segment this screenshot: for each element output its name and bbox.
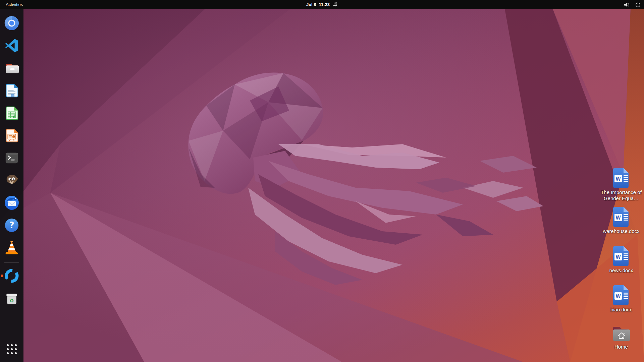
word-document-icon: W (612, 168, 631, 188)
word-document-icon: W (612, 285, 631, 306)
dock-item-help[interactable]: ? (4, 217, 20, 233)
clock-button[interactable]: Jul 8 11:23 (306, 0, 338, 9)
apps-grid-icon (5, 343, 18, 356)
dock-item-vlc[interactable] (4, 240, 20, 256)
svg-text:W: W (615, 215, 621, 221)
running-indicator-dot (1, 275, 3, 277)
desktop-file-label: The Importance of Gender Equa… (598, 189, 644, 201)
home-folder-icon (610, 324, 632, 343)
dock-item-calc[interactable] (4, 105, 20, 121)
desktop-folder-home[interactable]: Home (598, 324, 644, 350)
desktop-folder-label: Home (614, 344, 628, 350)
svg-text:W: W (615, 176, 621, 182)
dock-item-files[interactable] (4, 60, 20, 76)
desktop-file-biao[interactable]: W biao.docx (598, 285, 644, 313)
desktop-file-gender-doc[interactable]: W The Importance of Gender Equa… (598, 168, 644, 201)
top-bar: Activities Jul 8 11:23 (0, 0, 644, 9)
dock-item-terminal[interactable] (4, 150, 20, 166)
desktop-file-warehouse[interactable]: W warehouse.docx (598, 206, 644, 234)
wallpaper-jellyfish (0, 0, 644, 362)
desktop-file-label: biao.docx (610, 307, 632, 313)
word-document-icon: W (612, 246, 631, 266)
desktop-file-news[interactable]: W news.docx (598, 246, 644, 274)
word-document-icon: W (612, 206, 631, 227)
dock-item-chromium[interactable] (4, 15, 20, 31)
power-icon (635, 2, 641, 7)
dock-item-gimp[interactable] (4, 172, 20, 188)
svg-text:W: W (615, 293, 621, 299)
activities-button[interactable]: Activities (0, 0, 29, 9)
dock-item-writer[interactable] (4, 82, 20, 99)
dock-item-thunderbird[interactable] (4, 195, 20, 211)
svg-text:♻: ♻ (9, 298, 14, 304)
dock-item-vscode[interactable] (4, 38, 20, 54)
dock-separator (4, 262, 19, 262)
clock-date: Jul 8 (306, 2, 316, 7)
desktop-file-label: news.docx (609, 267, 633, 274)
ubuntu-desktop: Activities Jul 8 11:23 (0, 0, 644, 362)
svg-text:?: ? (9, 220, 14, 230)
system-menu[interactable] (624, 0, 641, 9)
clock-time: 11:23 (319, 2, 330, 7)
desktop-file-label: warehouse.docx (603, 228, 639, 234)
dock-item-trash[interactable]: ♻ (4, 290, 20, 306)
dock: ? (0, 9, 23, 362)
volume-high-icon (624, 2, 630, 7)
dock-item-impress[interactable] (4, 127, 20, 143)
svg-text:W: W (615, 254, 621, 260)
bell-slash-icon (333, 2, 338, 7)
dock-item-sync-app[interactable] (4, 268, 20, 284)
dock-item-show-applications[interactable] (4, 341, 20, 357)
activities-label: Activities (6, 2, 23, 7)
